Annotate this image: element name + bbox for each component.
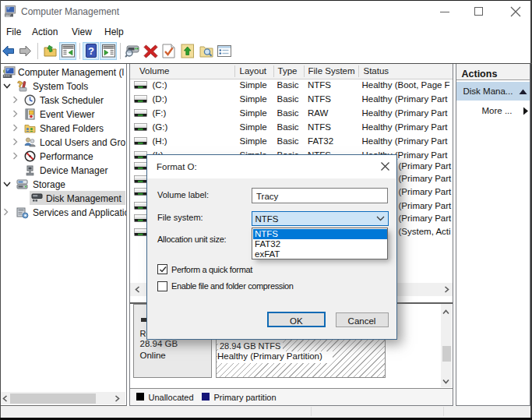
svg-text:?: ? <box>88 45 94 57</box>
